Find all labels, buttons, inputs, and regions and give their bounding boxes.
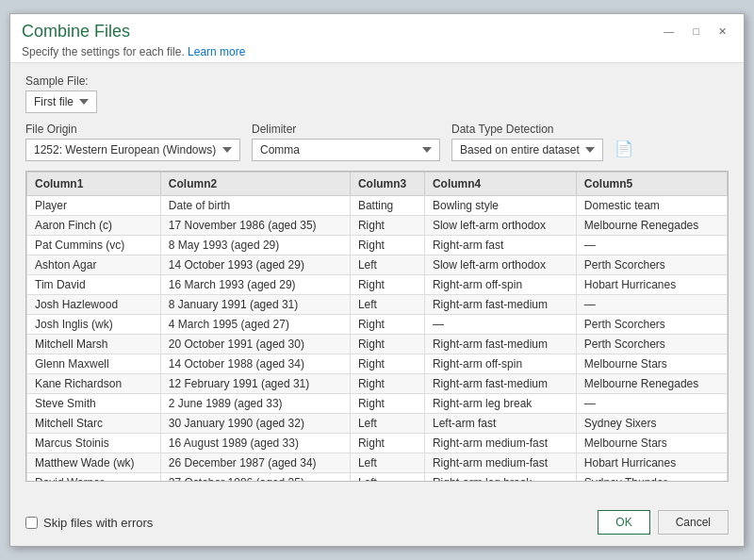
table-cell: David Warner [27, 473, 161, 483]
table-cell: Right [350, 275, 424, 295]
cancel-button[interactable]: Cancel [658, 510, 729, 535]
table-cell: 2 June 1989 (aged 33) [160, 394, 350, 414]
table-cell: — [576, 236, 727, 255]
column-header: Column3 [350, 173, 424, 196]
dialog-footer: Skip files with errors OK Cancel [10, 502, 744, 546]
file-icon: 📄 [615, 140, 633, 157]
dialog-subtitle: Specify the settings for each file. Lear… [22, 45, 245, 58]
table-row: Matthew Wade (wk)26 December 1987 (aged … [27, 453, 728, 473]
table-cell: Tim David [27, 275, 161, 295]
table-cell: Right-arm medium-fast [424, 453, 576, 473]
table-cell: Perth Scorchers [576, 335, 727, 354]
delimiter-group: Delimiter Comma [252, 123, 440, 161]
table-cell: — [424, 315, 576, 335]
table-cell: 26 December 1987 (aged 34) [160, 453, 350, 473]
table-cell: Perth Scorchers [576, 315, 727, 335]
table-cell: Kane Richardson [27, 374, 161, 394]
table-cell: Glenn Maxwell [27, 354, 161, 374]
column-header: Column5 [576, 173, 727, 196]
skip-files-checkbox[interactable] [25, 517, 38, 529]
table-cell: 16 March 1993 (aged 29) [160, 275, 350, 295]
table-cell: Melbourne Stars [576, 354, 727, 374]
table-cell: Perth Scorchers [576, 255, 727, 275]
table-cell: 4 March 1995 (aged 27) [160, 315, 350, 335]
table-cell: Ashton Agar [27, 255, 161, 275]
table-cell: Hobart Hurricanes [576, 453, 727, 473]
window-controls: — □ ✕ [658, 24, 732, 40]
minimize-button[interactable]: — [658, 24, 680, 40]
table-cell: Marcus Stoinis [27, 434, 161, 453]
table-cell: Right-arm fast [424, 236, 576, 255]
sample-file-section: Sample File: First file [25, 74, 729, 113]
table-cell: Right-arm leg break [424, 394, 576, 414]
dialog-content: Sample File: First file File Origin 1252… [10, 63, 744, 502]
table-cell: Josh Inglis (wk) [27, 315, 161, 335]
table-cell: 14 October 1988 (aged 34) [160, 354, 350, 374]
maximize-button[interactable]: □ [687, 24, 705, 40]
table-cell: Domestic team [576, 196, 727, 216]
table-cell: Right-arm medium-fast [424, 434, 576, 453]
table-cell: 8 January 1991 (aged 31) [160, 295, 350, 315]
data-type-select[interactable]: Based on entire dataset [451, 139, 603, 161]
table-cell: Slow left-arm orthodox [424, 216, 576, 236]
learn-more-link[interactable]: Learn more [188, 45, 245, 58]
table-cell: Right [350, 434, 424, 453]
title-bar: Combine Files Specify the settings for e… [10, 14, 744, 63]
column-header: Column1 [27, 173, 161, 196]
table-cell: Right-arm fast-medium [424, 374, 576, 394]
table-row: Mitchell Marsh20 October 1991 (aged 30)R… [27, 335, 728, 354]
table-cell: 30 January 1990 (aged 32) [160, 414, 350, 434]
table-cell: Date of birth [160, 196, 350, 216]
data-table: Column1Column2Column3Column4Column5 Play… [26, 172, 728, 482]
table-cell: Mitchell Starc [27, 414, 161, 434]
table-cell: Right [350, 394, 424, 414]
table-cell: Left-arm fast [424, 414, 576, 434]
delimiter-select[interactable]: Comma [252, 139, 440, 161]
table-cell: Right-arm fast-medium [424, 335, 576, 354]
table-cell: 16 August 1989 (aged 33) [160, 434, 350, 453]
delimiter-label: Delimiter [252, 123, 440, 136]
column-header: Column2 [160, 173, 350, 196]
table-row: PlayerDate of birthBattingBowling styleD… [27, 196, 728, 216]
data-type-label: Data Type Detection [451, 123, 640, 136]
table-cell: Right [350, 236, 424, 255]
table-cell: Steve Smith [27, 394, 161, 414]
table-cell: 17 November 1986 (aged 35) [160, 216, 350, 236]
table-cell: Matthew Wade (wk) [27, 453, 161, 473]
file-origin-group: File Origin 1252: Western European (Wind… [25, 123, 240, 161]
table-cell: Josh Hazlewood [27, 295, 161, 315]
table-cell: Hobart Hurricanes [576, 275, 727, 295]
table-cell: Aaron Finch (c) [27, 216, 161, 236]
table-cell: Right-arm leg break [424, 473, 576, 483]
table-cell: 12 February 1991 (aged 31) [160, 374, 350, 394]
header-row: Column1Column2Column3Column4Column5 [27, 173, 728, 196]
table-cell: Right [350, 374, 424, 394]
table-cell: — [576, 295, 727, 315]
table-header: Column1Column2Column3Column4Column5 [27, 173, 728, 196]
table-row: Mitchell Starc30 January 1990 (aged 32)L… [27, 414, 728, 434]
table-cell: Right [350, 354, 424, 374]
table-cell: Left [350, 414, 424, 434]
table-cell: Left [350, 295, 424, 315]
table-cell: Right [350, 216, 424, 236]
table-row: Marcus Stoinis16 August 1989 (aged 33)Ri… [27, 434, 728, 453]
table-cell: Sydney Thunder [576, 473, 727, 483]
table-cell: Pat Cummins (vc) [27, 236, 161, 255]
ok-button[interactable]: OK [598, 510, 649, 535]
close-button[interactable]: ✕ [713, 24, 732, 40]
table-cell: Left [350, 473, 424, 483]
sample-file-select[interactable]: First file [25, 91, 97, 113]
table-row: Pat Cummins (vc)8 May 1993 (aged 29)Righ… [27, 236, 728, 255]
table-cell: Melbourne Renegades [576, 374, 727, 394]
table-row: Glenn Maxwell14 October 1988 (aged 34)Ri… [27, 354, 728, 374]
file-origin-label: File Origin [25, 123, 240, 136]
table-cell: Right-arm off-spin [424, 275, 576, 295]
data-table-container: Column1Column2Column3Column4Column5 Play… [25, 171, 729, 482]
file-origin-select[interactable]: 1252: Western European (Windows) [25, 139, 240, 161]
table-cell: Sydney Sixers [576, 414, 727, 434]
table-row: Kane Richardson12 February 1991 (aged 31… [27, 374, 728, 394]
table-row: David Warner27 October 1986 (aged 35)Lef… [27, 473, 728, 483]
table-cell: Right [350, 335, 424, 354]
table-row: Josh Inglis (wk)4 March 1995 (aged 27)Ri… [27, 315, 728, 335]
table-cell: Slow left-arm orthodox [424, 255, 576, 275]
